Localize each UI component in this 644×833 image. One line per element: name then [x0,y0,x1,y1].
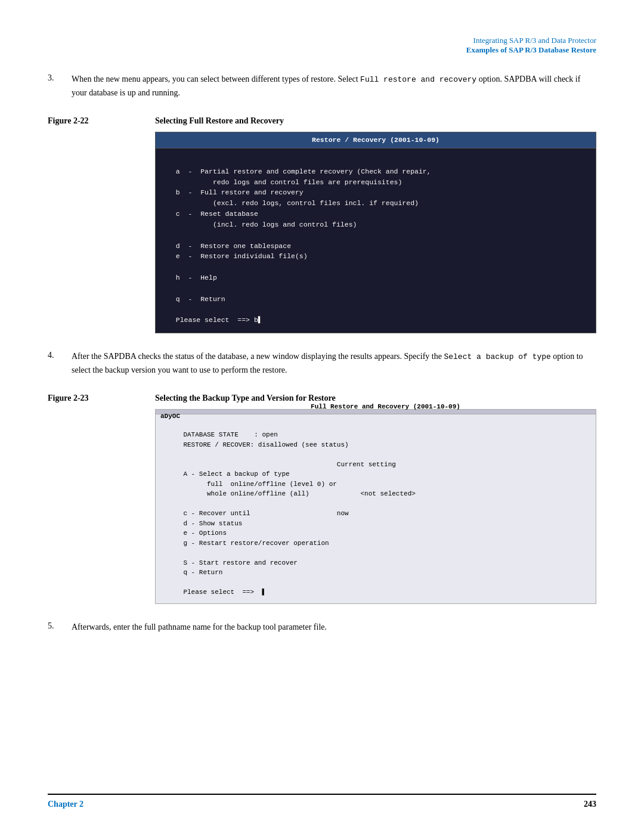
tline [168,230,584,241]
breadcrumb-line2: Examples of SAP R/3 Database Restore [48,45,596,55]
tline: e - Restore individual file(s) [168,251,584,262]
tline: (excl. redo logs, control files incl. if… [168,198,584,209]
tline [168,262,584,272]
figure-22-terminal: Restore / Recovery (2001-10-09) a - Part… [155,132,596,333]
step-3-code1: Full restore and recovery [360,75,476,84]
step-3-text-before: When the new menu appears, you can selec… [72,75,360,83]
tline: b - Full restore and recovery [168,187,584,198]
tline: Current setting [168,460,584,470]
step-4-text: After the SAPDBA checks the status of th… [72,350,596,377]
figure-23-terminal: aDyOC Full Restore and Recovery (2001-10… [155,409,596,604]
tline: c - Recover until now [168,509,584,519]
footer-page-number: 243 [584,800,596,809]
tline: c - Reset database [168,209,584,219]
tline: (incl. redo logs and control files) [168,219,584,230]
tline: e - Options [168,528,584,538]
tline [168,283,584,294]
figure-22-row: Figure 2-22 Selecting Full Restore and R… [48,116,596,333]
tline: d - Restore one tablespace [168,241,584,252]
footer-chapter-label: Chapter [48,800,78,809]
step-4-code1: Select a backup of type [444,352,550,361]
figure-22-label: Figure 2-22 [48,116,155,126]
header-nav: Integrating SAP R/3 and Data Protector E… [48,36,596,55]
step-3-number: 3. [48,73,72,83]
tline [168,578,584,588]
tline: q - Return [168,294,584,305]
step-4-number: 4. [48,350,72,360]
tline [168,156,584,166]
step-4-text-before: After the SAPDBA checks the status of th… [72,352,444,361]
tline: a - Partial restore and complete recover… [168,166,584,177]
tline: whole online/offline (all) <not selected… [168,489,584,499]
tline: Please select ==> ▌ [168,587,584,597]
figure-23-label-col: Figure 2-23 [48,394,155,403]
figure-22-terminal-body: a - Partial restore and complete recover… [156,148,596,333]
figure-23-terminal-body: DATABASE STATE : open RESTORE / RECOVER:… [156,414,596,603]
figure-22-terminal-title: Restore / Recovery (2001-10-09) [156,132,596,148]
figure-22-label-col: Figure 2-22 [48,116,155,126]
figure-23-row: Figure 2-23 Selecting the Backup Type an… [48,394,596,604]
tline [168,420,584,431]
tline: d - Show status [168,519,584,529]
footer-chapter-number: 2 [79,800,83,809]
footer-chapter: Chapter 2 [48,800,83,809]
step-3-text: When the new menu appears, you can selec… [72,73,596,100]
figure-23-titlebar-left: aDyOC [160,411,180,422]
step-5-number: 5. [48,621,72,631]
tline: Please select ==> b▌ [168,315,584,326]
figure-23-titlebar-center: Full Restore and Recovery (2001-10-09) [160,402,591,412]
tline: S - Start restore and recover [168,558,584,568]
figure-22-content: Selecting Full Restore and Recovery Rest… [155,116,596,333]
step-5-text: Afterwards, enter the full pathname name… [72,621,596,634]
tline: g - Restart restore/recover operation [168,538,584,549]
tline: A - Select a backup of type [168,469,584,479]
tline [168,450,584,460]
tline [168,499,584,509]
tline: full online/offline (level 0) or [168,479,584,490]
tline [168,548,584,558]
tline: RESTORE / RECOVER: disallowed (see statu… [168,440,584,450]
tline: DATABASE STATE : open [168,430,584,440]
figure-23-content: Selecting the Backup Type and Version fo… [155,394,596,604]
tline: h - Help [168,272,584,283]
tline [168,304,584,315]
step-3: 3. When the new menu appears, you can se… [48,73,596,100]
step-5: 5. Afterwards, enter the full pathname n… [48,621,596,634]
tline: q - Return [168,568,584,578]
breadcrumb-line1: Integrating SAP R/3 and Data Protector [48,36,596,45]
main-content: 3. When the new menu appears, you can se… [48,73,596,634]
figure-23-label: Figure 2-23 [48,394,155,403]
figure-22-caption: Selecting Full Restore and Recovery [155,116,596,126]
page-container: Integrating SAP R/3 and Data Protector E… [0,0,644,833]
step-4: 4. After the SAPDBA checks the status of… [48,350,596,377]
page-footer: Chapter 2 243 [48,794,596,809]
tline: redo logs and control files are prerequi… [168,177,584,188]
